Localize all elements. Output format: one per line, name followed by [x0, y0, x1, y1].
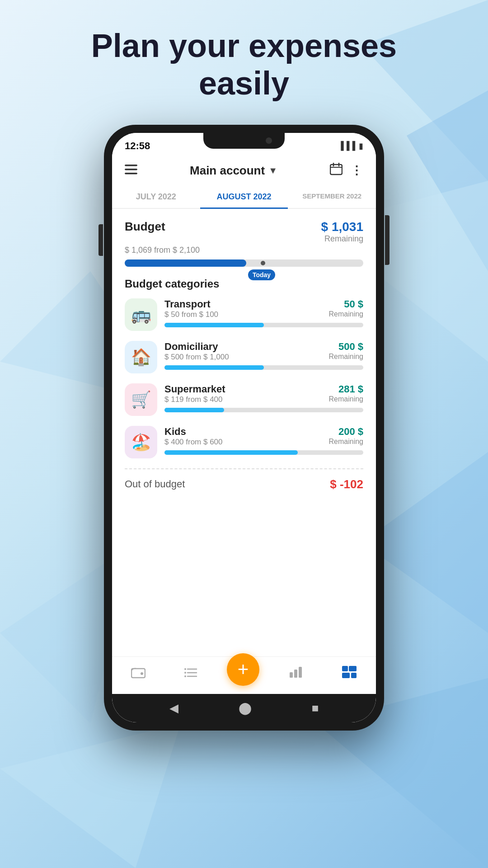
kids-rem-label: Remaining: [329, 438, 363, 446]
tab-september-2022[interactable]: SEPTEMBER 2022: [288, 186, 376, 208]
budget-remaining-amount: $ 1,031: [321, 220, 363, 234]
top-nav: Main account ▼ ⋮: [112, 156, 376, 186]
out-of-budget-label: Out of budget: [125, 478, 185, 490]
transport-bar-fill: [164, 323, 264, 327]
supermarket-bar-fill: [164, 408, 224, 412]
svg-rect-23: [290, 672, 293, 678]
category-item-domiciliary[interactable]: 🏠 Domiciliary $ 500 from $ 1,000 500 $ R…: [125, 341, 363, 373]
menu-icon[interactable]: [125, 163, 137, 178]
back-button[interactable]: ◀: [169, 701, 178, 715]
nav-chart[interactable]: [280, 663, 312, 684]
today-marker: Today: [248, 269, 275, 280]
out-of-budget-section: Out of budget $ -102: [125, 477, 363, 491]
category-item-supermarket[interactable]: 🛒 Supermarket $ 119 from $ 400 281 $ Rem…: [125, 383, 363, 416]
nav-list[interactable]: [175, 664, 206, 684]
svg-rect-11: [330, 165, 342, 175]
phone-notch: [203, 133, 285, 149]
supermarket-name: Supermarket: [164, 383, 225, 395]
kids-details: Kids $ 400 from $ 600 200 $ Remaining: [164, 426, 363, 455]
budget-remaining: $ 1,031 Remaining: [321, 220, 363, 244]
tab-july-2022[interactable]: JULY 2022: [112, 186, 200, 208]
supermarket-rem-label: Remaining: [329, 395, 363, 403]
out-of-budget-amount: $ -102: [330, 477, 363, 491]
supermarket-icon: 🛒: [125, 383, 157, 416]
domiciliary-bar: [164, 365, 363, 370]
domiciliary-rem-label: Remaining: [329, 353, 363, 361]
account-name: Main account: [190, 164, 265, 178]
status-icons: ▐▐▐ ▮: [338, 141, 363, 151]
categories-title: Budget categories: [125, 278, 363, 290]
calendar-icon[interactable]: [330, 163, 343, 179]
status-time: 12:58: [125, 140, 150, 152]
more-dots-icon[interactable]: ⋮: [351, 164, 363, 178]
nav-budget[interactable]: [333, 663, 366, 685]
budget-section: Budget $ 1,031 Remaining $ 1,069 from $ …: [125, 220, 363, 267]
budget-subtitle: $ 1,069 from $ 2,100: [125, 245, 363, 255]
page-headline: Plan your expenses easily: [64, 27, 424, 102]
kids-amount: 200 $: [329, 426, 363, 438]
transport-details: Transport $ 50 from $ 100 50 $ Remaining: [164, 298, 363, 327]
svg-point-22: [184, 675, 186, 677]
list-icon: [184, 666, 197, 682]
nav-wallet[interactable]: [122, 663, 155, 684]
section-divider: [125, 468, 363, 469]
power-button: [385, 215, 389, 265]
transport-name: Transport: [164, 298, 218, 310]
svg-rect-10: [125, 173, 137, 175]
domiciliary-amount: 500 $: [329, 341, 363, 353]
supermarket-amount: 281 $: [329, 383, 363, 395]
svg-rect-24: [294, 670, 297, 678]
transport-from: $ 50 from $ 100: [164, 310, 218, 319]
supermarket-row: Supermarket $ 119 from $ 400 281 $ Remai…: [164, 383, 363, 408]
supermarket-bar: [164, 408, 363, 412]
battery-icon: ▮: [359, 141, 363, 151]
nav-icons: ⋮: [330, 163, 363, 179]
today-dot: [261, 261, 265, 265]
budget-header: Budget $ 1,031 Remaining: [125, 220, 363, 244]
wallet-icon: [131, 666, 145, 682]
svg-rect-26: [342, 666, 348, 671]
svg-point-16: [141, 672, 143, 675]
budget-progress-bar: Today: [125, 259, 363, 267]
account-selector[interactable]: Main account ▼: [190, 164, 277, 178]
month-tabs: JULY 2022 AUGUST 2022 SEPTEMBER 2022: [112, 186, 376, 209]
volume-button: [99, 224, 103, 256]
svg-rect-8: [125, 165, 137, 166]
svg-rect-9: [125, 169, 137, 170]
tab-august-2022[interactable]: AUGUST 2022: [200, 186, 288, 208]
category-item-transport[interactable]: 🚌 Transport $ 50 from $ 100 50 $ Remaini…: [125, 298, 363, 331]
domiciliary-remaining: 500 $ Remaining: [329, 341, 363, 361]
domiciliary-details: Domiciliary $ 500 from $ 1,000 500 $ Rem…: [164, 341, 363, 370]
add-button[interactable]: +: [227, 653, 259, 686]
dropdown-arrow-icon: ▼: [268, 165, 277, 176]
svg-rect-29: [351, 673, 357, 678]
recent-button[interactable]: ■: [312, 701, 319, 715]
transport-remaining: 50 $ Remaining: [329, 298, 363, 318]
kids-row: Kids $ 400 from $ 600 200 $ Remaining: [164, 426, 363, 450]
svg-rect-27: [349, 666, 357, 671]
categories-section: Budget categories 🚌 Transport $ 50 from …: [125, 278, 363, 491]
budget-title: Budget: [125, 220, 165, 234]
budget-bar-fill: [125, 259, 246, 267]
kids-name: Kids: [164, 426, 223, 438]
svg-point-21: [184, 672, 186, 674]
domiciliary-bar-fill: [164, 365, 264, 370]
svg-marker-7: [0, 723, 181, 868]
supermarket-from: $ 119 from $ 400: [164, 395, 225, 404]
budget-grid-icon: [342, 665, 357, 682]
phone-screen: 12:58 ▐▐▐ ▮ Main account ▼: [112, 133, 376, 722]
svg-point-20: [184, 668, 186, 670]
kids-from: $ 400 from $ 600: [164, 438, 223, 447]
supermarket-remaining: 281 $ Remaining: [329, 383, 363, 403]
notch-camera: [266, 137, 272, 144]
transport-rem-label: Remaining: [329, 310, 363, 318]
svg-rect-25: [299, 667, 302, 678]
home-button[interactable]: ⬤: [239, 701, 252, 715]
domiciliary-name: Domiciliary: [164, 341, 229, 353]
domiciliary-icon: 🏠: [125, 341, 157, 373]
signal-icon: ▐▐▐: [338, 141, 355, 151]
kids-bar: [164, 450, 363, 455]
category-item-kids[interactable]: 🏖️ Kids $ 400 from $ 600 200 $ Remaining: [125, 426, 363, 458]
transport-amount: 50 $: [329, 298, 363, 310]
kids-icon: 🏖️: [125, 426, 157, 458]
